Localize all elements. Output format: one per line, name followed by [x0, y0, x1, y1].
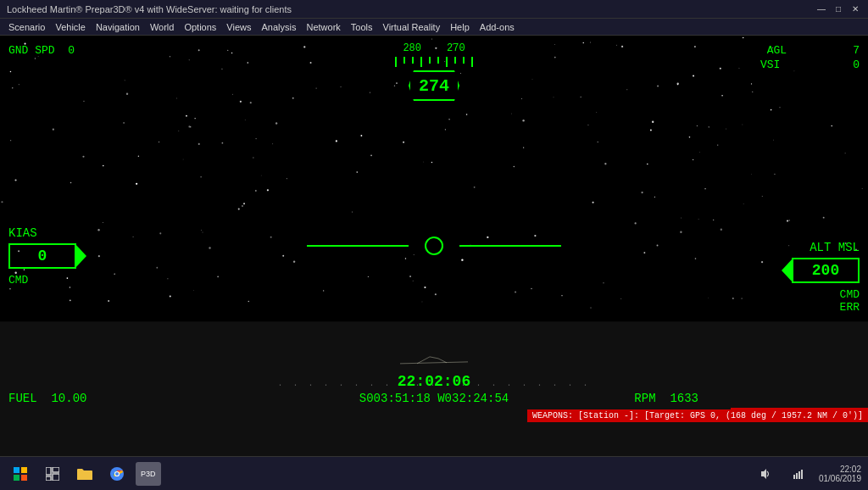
title-text: Lockheed Martin® Prepar3D® v4 with WideS…: [7, 4, 292, 14]
speaker-button[interactable]: [751, 460, 778, 487]
svg-rect-17: [801, 470, 803, 479]
windows-start-button[interactable]: [7, 460, 34, 487]
p3d-app-button[interactable]: P3D: [136, 462, 161, 486]
heading-value: 274: [419, 76, 449, 96]
gnd-spd-label: GND SPD: [8, 44, 55, 57]
alt-value-container: 200: [792, 258, 860, 283]
p3d-label: P3D: [141, 470, 156, 478]
compass-number-right: 270: [447, 42, 465, 54]
minimize-button[interactable]: —: [815, 3, 827, 15]
weapons-bar: WEAPONS: [Station -]: [Target: GPS 0, (1…: [0, 409, 868, 422]
svg-rect-15: [796, 473, 798, 479]
svg-rect-7: [46, 476, 51, 481]
fuel-display: FUEL 10.00: [8, 392, 86, 405]
file-explorer-button[interactable]: [71, 460, 98, 487]
fuel-value: 10.00: [51, 392, 86, 405]
cmd-err-display: CMD ERR: [760, 288, 860, 314]
menu-addons[interactable]: Add-ons: [475, 21, 520, 33]
svg-marker-13: [761, 469, 766, 479]
window-controls: — □ ✕: [815, 3, 861, 15]
network-icon: [793, 468, 804, 480]
taskbar-time: 22:02: [819, 465, 861, 474]
chrome-button[interactable]: [103, 460, 131, 487]
fuel-label: FUEL: [8, 392, 37, 405]
taskbar: P3D 22:02 01/06/2019: [0, 456, 868, 490]
svg-rect-1: [21, 467, 27, 473]
svg-rect-2: [14, 475, 19, 481]
menu-world[interactable]: World: [145, 21, 180, 33]
alt-value: 200: [812, 262, 839, 279]
menu-network[interactable]: Network: [301, 21, 345, 33]
chrome-icon: [109, 466, 125, 482]
alt-section: ALT MSL 200 CMD ERR: [760, 241, 860, 314]
menu-scenario[interactable]: Scenario: [3, 21, 50, 33]
alt-box: 200: [760, 258, 860, 283]
flight-display: 280 270 274 GND SPD 0 KIAS 0: [0, 36, 868, 456]
svg-rect-4: [46, 467, 51, 475]
rpm-value: 1633: [670, 392, 698, 405]
clock-display: 22:02 01/06/2019: [819, 465, 861, 483]
flight-path-marker: [425, 237, 443, 255]
vsi-value: 0: [853, 58, 860, 71]
svg-rect-14: [793, 475, 795, 479]
horizon-line-right: [459, 245, 561, 247]
menu-views[interactable]: Views: [221, 21, 256, 33]
svg-rect-0: [14, 467, 19, 473]
kias-box: 0: [8, 243, 76, 269]
compass-number-left: 280: [403, 42, 421, 54]
heading-box: 274: [409, 70, 459, 101]
menu-vehicle[interactable]: Vehicle: [50, 21, 90, 33]
kias-label: KIAS: [8, 226, 76, 240]
agl-label: AGL: [767, 44, 787, 57]
title-bar: Lockheed Martin® Prepar3D® v4 with WideS…: [0, 0, 868, 19]
svg-rect-16: [798, 471, 800, 479]
compass-ticks: [395, 57, 473, 67]
rpm-display: RPM 1633: [634, 392, 698, 405]
svg-rect-5: [53, 467, 59, 472]
network-button[interactable]: [785, 460, 812, 487]
menu-virtual-reality[interactable]: Virtual Reality: [378, 21, 446, 33]
rpm-label: RPM: [634, 392, 655, 405]
agl-value: 7: [853, 44, 860, 57]
maximize-button[interactable]: □: [832, 3, 844, 15]
task-view-button[interactable]: [39, 460, 66, 487]
menu-options[interactable]: Options: [179, 21, 221, 33]
menu-analysis[interactable]: Analysis: [257, 21, 302, 33]
kias-section: KIAS 0 CMD: [8, 226, 76, 287]
windows-icon: [14, 467, 27, 481]
agl-vsi-display: AGL 7 VSI 0: [760, 44, 860, 71]
heading-display: 280 270 274: [395, 42, 473, 104]
taskbar-left: P3D: [7, 460, 161, 487]
menu-help[interactable]: Help: [445, 21, 475, 33]
weapons-status: WEAPONS: [Station -]: [Target: GPS 0, (1…: [527, 409, 868, 422]
right-instruments: AGL 7 VSI 0 ALT MSL 200 CMD ERR: [760, 44, 860, 314]
kias-value: 0: [38, 248, 47, 264]
task-view-icon: [46, 467, 59, 481]
menu-navigation[interactable]: Navigation: [91, 21, 145, 33]
cmd-label-right: CMD: [760, 288, 860, 301]
cmd-label-left: CMD: [8, 274, 76, 287]
taskbar-date: 01/06/2019: [819, 474, 861, 483]
bottom-info: 22:02:06 S003:51:18 W032:24:54: [359, 373, 509, 405]
err-label: ERR: [760, 301, 860, 314]
coords-display: S003:51:18 W032:24:54: [359, 392, 509, 405]
svg-point-12: [115, 472, 119, 476]
gnd-spd-value: 0: [68, 44, 75, 57]
taskbar-right: 22:02 01/06/2019: [751, 460, 861, 487]
alt-msl-label: ALT MSL: [760, 241, 860, 254]
gnd-spd-display: GND SPD 0: [8, 44, 76, 57]
left-instruments: GND SPD 0 KIAS 0 CMD: [8, 44, 76, 287]
svg-rect-3: [21, 475, 27, 481]
vsi-label: VSI: [760, 58, 780, 71]
center-display: [307, 220, 561, 271]
kias-value-container: 0: [8, 243, 76, 269]
agl-display: AGL 7: [767, 44, 860, 57]
menu-tools[interactable]: Tools: [346, 21, 378, 33]
svg-rect-6: [53, 474, 59, 481]
folder-icon: [77, 467, 92, 481]
menu-bar: Scenario Vehicle Navigation World Option…: [0, 19, 868, 36]
close-button[interactable]: ✕: [849, 3, 861, 15]
vsi-display: VSI 0: [760, 58, 860, 71]
horizon-line-left: [307, 245, 409, 247]
svg-rect-8: [77, 471, 92, 480]
